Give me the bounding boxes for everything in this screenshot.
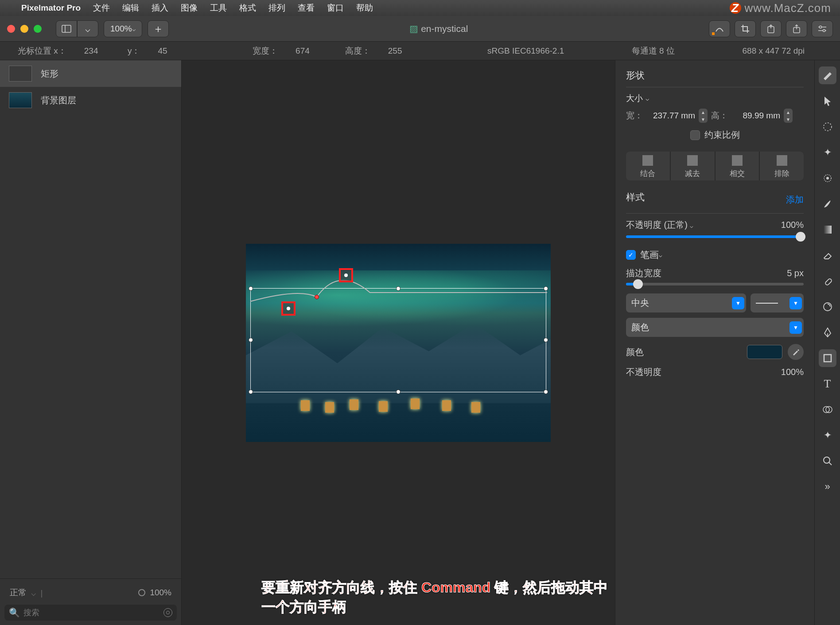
menu-tools[interactable]: 工具 [210, 2, 227, 14]
layer-search-input[interactable] [23, 608, 160, 617]
opacity-icon [138, 589, 145, 596]
export-button[interactable] [760, 20, 782, 37]
opacity-label[interactable]: 不透明度 (正常) ⌵ [626, 219, 693, 231]
layer-thumbnail [9, 92, 32, 108]
eyedropper-button[interactable] [788, 344, 804, 360]
repair-tool[interactable] [819, 169, 836, 187]
svg-rect-12 [824, 278, 832, 286]
height-label: 高： [711, 110, 728, 121]
color-swatch[interactable] [747, 345, 782, 359]
svg-rect-11 [824, 226, 832, 234]
marquee-tool[interactable] [819, 118, 836, 136]
filter-icon[interactable] [163, 608, 172, 617]
stroke-width-value[interactable]: 5 px [787, 268, 804, 278]
height-stepper[interactable]: ▲▼ [784, 109, 793, 123]
eraser-tool[interactable] [819, 246, 836, 264]
magic-wand-tool[interactable]: ✦ [819, 144, 836, 161]
heal-tool[interactable] [819, 272, 836, 290]
menu-image[interactable]: 图像 [181, 2, 198, 14]
svg-rect-14 [824, 355, 831, 362]
height-input[interactable]: 89.99 mm [731, 111, 780, 121]
brush-tool[interactable] [819, 195, 836, 213]
menu-format[interactable]: 格式 [239, 2, 256, 14]
svg-point-17 [824, 457, 830, 463]
text-tool[interactable]: T [819, 375, 836, 393]
inspector-panel: 形状 大小⌵ 宽： 237.77 mm ▲▼ 高： 89.99 mm ▲▼ 约束… [615, 60, 814, 625]
stroke-section-title[interactable]: 笔画 ⌵ [640, 249, 662, 261]
layer-item-rect[interactable]: 矩形 [0, 60, 181, 87]
bool-exclude[interactable]: 排除 [760, 152, 804, 180]
shape-section-title: 形状 [626, 69, 804, 82]
bezier-anchor[interactable] [315, 295, 319, 299]
opacity-value[interactable]: 100% [781, 220, 804, 230]
cursor-position: 光标位置 x：234 y：45 [18, 45, 185, 57]
adjustments-button[interactable] [812, 20, 833, 37]
minimize-window-button[interactable] [20, 25, 28, 33]
svg-point-5 [820, 26, 822, 28]
shape-tool[interactable] [819, 349, 836, 367]
stroke-width-slider[interactable] [626, 283, 804, 285]
direction-handle-highlight[interactable] [281, 301, 296, 316]
menu-window[interactable]: 窗口 [327, 2, 344, 14]
direction-handle-highlight[interactable] [339, 268, 353, 282]
app-name[interactable]: Pixelmator Pro [21, 3, 81, 13]
width-stepper[interactable]: ▲▼ [699, 109, 708, 123]
bool-union[interactable]: 结合 [626, 152, 670, 180]
close-window-button[interactable] [7, 25, 15, 33]
menu-file[interactable]: 文件 [93, 2, 110, 14]
window-controls [7, 25, 42, 33]
bool-intersect[interactable]: 相交 [716, 152, 759, 180]
menu-arrange[interactable]: 排列 [268, 2, 285, 14]
pen-tool[interactable] [819, 324, 836, 341]
sidebar-toggle-button[interactable] [56, 20, 77, 37]
svg-point-7 [823, 29, 825, 31]
watermark: Zwww.MacZ.com [730, 1, 831, 15]
bool-subtract[interactable]: 减去 [671, 152, 715, 180]
stroke-fill-select[interactable]: 颜色▼ [626, 318, 804, 337]
color-label: 颜色 [626, 346, 644, 358]
color-adjust-tool[interactable] [819, 401, 836, 418]
share-button[interactable] [786, 20, 807, 37]
sidebar-layout-group: ⌵ [56, 20, 98, 37]
effects-tool[interactable]: ✦ [819, 426, 836, 444]
stroke-width-label: 描边宽度 [626, 267, 661, 279]
more-tools[interactable]: » [819, 478, 836, 496]
menu-view[interactable]: 查看 [298, 2, 315, 14]
canvas-image[interactable] [246, 244, 551, 442]
blend-mode-select[interactable]: 正常 [10, 587, 27, 598]
style-section-title: 样式 [626, 191, 645, 203]
layout-dropdown-button[interactable]: ⌵ [77, 20, 98, 37]
menu-help[interactable]: 帮助 [356, 2, 373, 14]
add-button[interactable]: ＋ [148, 20, 169, 37]
arrow-tool[interactable] [819, 92, 836, 110]
menu-edit[interactable]: 编辑 [122, 2, 139, 14]
search-icon: 🔍 [9, 607, 20, 618]
color-picker-button[interactable] [709, 20, 730, 37]
size-section-title[interactable]: 大小⌵ [626, 93, 804, 104]
layer-name: 矩形 [41, 68, 58, 80]
stroke-position-select[interactable]: 中央▼ [626, 293, 746, 312]
toolbar: ⌵ 100% ＋ en-mystical [0, 16, 840, 42]
zoom-tool[interactable] [819, 452, 836, 470]
opacity-slider[interactable] [626, 235, 804, 238]
style-tool[interactable] [819, 66, 836, 84]
canvas[interactable]: 要重新对齐方向线，按住 Command 键，然后拖动其中一个方向手柄 [182, 60, 615, 625]
layer-opacity-value[interactable]: 100% [150, 588, 171, 598]
width-input[interactable]: 237.77 mm [646, 111, 695, 121]
layer-item-background[interactable]: 背景图层 [0, 87, 181, 113]
gradient-tool[interactable] [819, 221, 836, 238]
stroke-checkbox[interactable]: ✓ [626, 250, 636, 260]
menu-insert[interactable]: 插入 [152, 2, 168, 14]
add-style-button[interactable]: 添加 [786, 194, 804, 206]
layer-thumbnail [9, 66, 32, 82]
constrain-checkbox[interactable] [690, 130, 700, 140]
stroke-style-select[interactable]: ▼ [751, 293, 804, 312]
clone-tool[interactable] [819, 298, 836, 316]
layer-search[interactable]: 🔍 [4, 605, 177, 621]
zoom-dropdown[interactable]: 100% [104, 20, 142, 37]
selection-height: 高度：255 [345, 45, 420, 57]
colorspace: sRGB IEC61966-2.1 [487, 46, 564, 56]
stroke-opacity-value[interactable]: 100% [781, 367, 804, 377]
crop-button[interactable] [735, 20, 756, 37]
fullscreen-window-button[interactable] [34, 25, 42, 33]
